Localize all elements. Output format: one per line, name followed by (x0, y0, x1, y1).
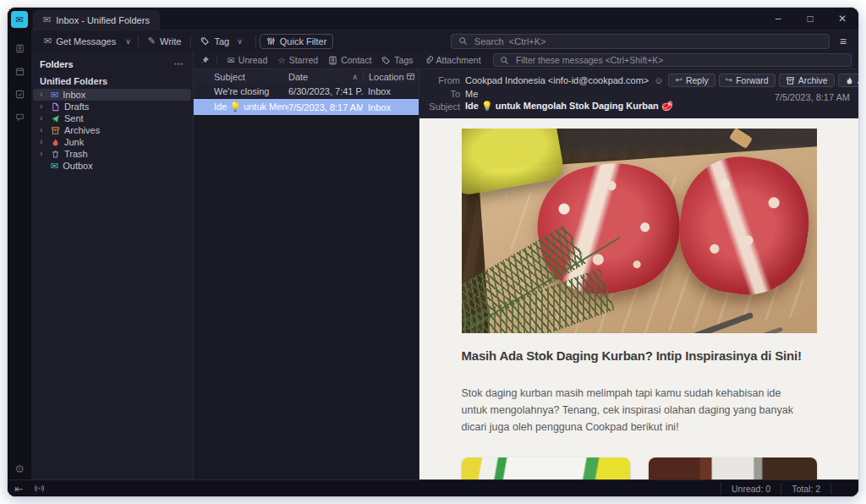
sliders-icon (266, 36, 276, 46)
recipe-card[interactable] (462, 457, 630, 479)
forward-icon: ↪ (726, 76, 732, 85)
mail-icon: ✉ (15, 15, 23, 25)
star-icon: ☆ (277, 56, 285, 65)
space-addressbook-button[interactable] (12, 41, 27, 56)
space-mail-button[interactable]: ✉ (11, 11, 28, 28)
row-date: 6/30/2023, 7:41 P... (288, 86, 363, 96)
filter-contact-button[interactable]: Contact (323, 53, 376, 67)
column-picker-button[interactable] (402, 72, 419, 81)
archive-label: Archive (798, 75, 828, 85)
message-row-selected[interactable]: Ide 💡 untuk Mengolah ... 7/5/2023, 8:17 … (194, 99, 419, 115)
window-controls: – □ ✕ (762, 8, 858, 30)
tag-label: Tag (214, 36, 229, 47)
chevron-right-icon[interactable]: › (40, 90, 47, 99)
account-unified-folders[interactable]: Unified Folders (31, 73, 193, 89)
unread-count: Unread: 0 (721, 483, 781, 495)
column-date[interactable]: Date ∧ (288, 72, 363, 82)
filter-messages-input[interactable] (514, 54, 845, 66)
app-menu-button[interactable]: ≡ (840, 35, 847, 48)
folder-row-trash[interactable]: › Trash (33, 148, 191, 160)
minimize-button[interactable]: – (762, 13, 794, 25)
space-tasks-button[interactable] (12, 86, 27, 101)
tag-icon (200, 36, 210, 46)
spaces-toolbar: ✉ ⚙ (8, 8, 31, 479)
inbox-icon: ✉ (51, 90, 58, 100)
status-bar: ⇤ Unread: 0 Total: 2 (8, 479, 858, 496)
filter-starred-button[interactable]: ☆ Starred (272, 53, 323, 67)
from-value[interactable]: Cookpad Indonesia <info-id@cookpad.com> (465, 75, 649, 85)
filter-tags-button[interactable]: Tags (376, 53, 418, 67)
forward-button[interactable]: ↪ Forward (719, 74, 776, 87)
mail-toolbar: ✉ Get Messages ∨ ✎ Write Tag ∨ Quick Fil… (31, 30, 858, 52)
folder-row-outbox[interactable]: ✉ Outbox (33, 160, 191, 172)
row-subject: Ide 💡 untuk Mengolah ... (214, 101, 288, 112)
filter-messages-box[interactable] (493, 53, 852, 67)
write-button[interactable]: ✎ Write (142, 35, 188, 48)
get-messages-button[interactable]: ✉ Get Messages (38, 35, 122, 48)
main-area: ✉ Inbox - Unified Folders – □ ✕ ✉ Get Me… (31, 8, 858, 479)
tag-dropdown[interactable]: ∨ (233, 36, 246, 47)
pencil-icon: ✎ (148, 36, 156, 46)
folder-label: Sent (64, 113, 84, 123)
archive-button[interactable]: Archive (779, 74, 835, 87)
chevron-right-icon[interactable]: › (40, 102, 47, 111)
to-value[interactable]: Me (465, 89, 478, 99)
tab-inbox[interactable]: ✉ Inbox - Unified Folders (33, 10, 160, 30)
global-search[interactable] (451, 34, 830, 49)
chevron-right-icon[interactable]: › (40, 138, 47, 146)
message-list: Subject Date ∧ Location We're closing (194, 69, 419, 479)
space-calendar-button[interactable] (12, 63, 27, 79)
tab-envelope-icon: ✉ (43, 15, 51, 25)
column-location[interactable]: Location (363, 72, 402, 82)
trash-icon (51, 150, 60, 159)
folder-row-junk[interactable]: › Junk (33, 136, 191, 148)
outbox-icon: ✉ (51, 162, 58, 171)
filter-unread-button[interactable]: ✉ Unread (222, 53, 272, 67)
global-search-input[interactable] (473, 36, 822, 47)
chevron-right-icon[interactable]: › (40, 150, 47, 158)
unread-icon: ✉ (227, 56, 235, 65)
sender-avatar-icon[interactable]: ☺ (654, 75, 663, 85)
list-header: Subject Date ∧ Location (194, 69, 419, 84)
tab-title: Inbox - Unified Folders (56, 15, 150, 25)
filter-attachment-button[interactable]: Attachment (419, 53, 486, 67)
row-location: Inbox (363, 86, 419, 96)
folder-row-sent[interactable]: › Sent (33, 112, 191, 124)
folder-row-drafts[interactable]: › Drafts (33, 101, 191, 112)
maximize-button[interactable]: □ (794, 13, 826, 25)
message-row[interactable]: We're closing 6/30/2023, 7:41 P... Inbox (194, 84, 419, 98)
folder-row-archives[interactable]: › Archives (33, 124, 191, 136)
hero-image-raw-steaks (462, 129, 817, 333)
search-icon (500, 56, 509, 65)
divider (255, 36, 256, 47)
gear-icon: ⚙ (14, 463, 25, 474)
folder-row-inbox[interactable]: › ✉ Inbox (33, 89, 191, 101)
reply-button[interactable]: ↩ Reply (668, 74, 715, 87)
filter-attachment-label: Attachment (436, 55, 481, 65)
divider (138, 36, 139, 47)
folder-pane-options-button[interactable]: ⋯ (174, 58, 184, 69)
pin-icon[interactable] (200, 56, 210, 65)
junk-button[interactable]: Junk (838, 74, 859, 87)
divider (190, 36, 191, 47)
email-body[interactable]: Masih Ada Stok Daging Kurban? Intip Insp… (419, 118, 858, 479)
tag-button[interactable]: Tag ∨ (195, 34, 251, 49)
email-paragraph: Stok daging kurban masih melimpah tapi k… (462, 385, 805, 436)
get-messages-dropdown[interactable]: ∨ (122, 36, 134, 47)
quick-filter-toggle-button[interactable]: Quick Filter (260, 34, 334, 49)
settings-button[interactable]: ⚙ (12, 461, 27, 476)
recipe-card[interactable] (649, 457, 817, 479)
collapse-folderpane-button[interactable]: ⇤ (14, 483, 23, 495)
flame-icon (845, 76, 854, 85)
folder-label: Archives (64, 125, 100, 135)
write-label: Write (160, 36, 181, 47)
space-chat-button[interactable] (12, 109, 27, 124)
message-actions: ↩ Reply ↪ Forward Archi (668, 74, 859, 87)
chevron-right-icon[interactable]: › (40, 114, 47, 123)
chevron-right-icon[interactable]: › (40, 126, 47, 134)
message-header: From Cookpad Indonesia <info-id@cookpad.… (419, 69, 858, 118)
column-subject[interactable]: Subject (214, 72, 288, 82)
total-count: Total: 2 (781, 483, 830, 495)
close-button[interactable]: ✕ (826, 13, 858, 25)
quick-filter-label: Quick Filter (280, 36, 327, 47)
